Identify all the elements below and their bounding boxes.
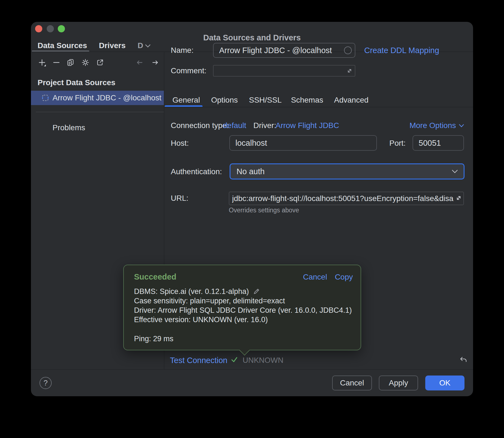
data-source-icon — [41, 94, 49, 102]
ok-button[interactable]: OK — [425, 376, 464, 390]
tab-advanced[interactable]: Advanced — [334, 96, 369, 104]
tab-data-sources[interactable]: Data Sources — [38, 41, 87, 50]
driver-value-link[interactable]: Arrow Flight JDBC — [275, 121, 339, 130]
ping-line: Ping: 29 ms — [134, 334, 352, 343]
tab-ssh-ssl[interactable]: SSH/SSL — [249, 96, 282, 104]
minimize-window-button[interactable] — [47, 25, 54, 32]
status-succeeded: Succeeded — [134, 272, 176, 281]
host-label: Host: — [171, 139, 189, 147]
dbms-line: DBMS: Spice.ai (ver. 0.12.1-alpha) — [134, 287, 249, 296]
driver-label: Driver: — [253, 121, 276, 130]
test-connection-link[interactable]: Test Connection — [170, 356, 227, 364]
connection-type-label: Connection type: — [171, 121, 229, 130]
tab-options[interactable]: Options — [211, 96, 238, 104]
zoom-window-button[interactable] — [58, 25, 65, 32]
url-field-wrap — [229, 192, 464, 205]
section-header-project-data-sources: Project Data Sources — [38, 79, 116, 87]
driver-line: Driver: Arrow Flight SQL JDBC Driver Cor… — [134, 306, 352, 315]
apply-button[interactable]: Apply — [379, 376, 418, 390]
tab-general[interactable]: General — [172, 96, 200, 104]
undo-icon[interactable] — [459, 356, 468, 364]
data-source-item-selected[interactable]: Arrow Flight JDBC - @localhost — [31, 91, 164, 105]
gear-icon[interactable] — [82, 59, 89, 66]
port-input[interactable] — [413, 135, 464, 151]
authentication-label: Authentication: — [171, 168, 222, 176]
window-title: Data Sources and Drivers — [31, 33, 473, 42]
chevron-down-icon — [452, 170, 458, 173]
url-input[interactable] — [229, 192, 464, 205]
expand-url-icon[interactable] — [455, 194, 463, 202]
name-label: Name: — [171, 46, 193, 54]
edit-pencil-icon[interactable] — [253, 288, 260, 295]
forward-arrow-icon[interactable] — [151, 59, 159, 66]
comment-label: Comment: — [171, 67, 206, 75]
popup-caret — [239, 345, 250, 356]
tree-separator — [36, 112, 164, 112]
connection-status-value: UNKNOWN — [243, 356, 284, 364]
remove-data-source-button[interactable] — [53, 59, 60, 66]
popup-copy-link[interactable]: Copy — [335, 273, 353, 281]
name-progress-circle-icon — [344, 46, 352, 54]
tabs-divider — [164, 107, 473, 107]
authentication-value: No auth — [237, 167, 265, 176]
chevron-down-icon — [459, 124, 464, 127]
create-ddl-mapping-link[interactable]: Create DDL Mapping — [364, 46, 439, 54]
tab-schemas[interactable]: Schemas — [291, 96, 323, 104]
comment-input[interactable] — [213, 65, 355, 77]
back-arrow-icon[interactable] — [136, 59, 143, 66]
add-data-source-button[interactable] — [38, 59, 46, 67]
data-source-item-label: Arrow Flight JDBC - @localhost — [53, 94, 161, 102]
help-button[interactable]: ? — [40, 377, 52, 389]
data-sources-dialog: Data Sources and Drivers Data Sources Dr… — [31, 22, 473, 396]
name-input[interactable] — [213, 43, 355, 58]
authentication-select[interactable]: No auth — [230, 163, 464, 179]
case-sensitivity-line: Case sensitivity: plain=upper, delimited… — [134, 296, 352, 306]
footer-divider — [31, 369, 473, 370]
more-options-label: More Options — [410, 121, 456, 130]
duplicate-icon[interactable] — [67, 59, 74, 66]
test-connection-result-popup: Succeeded Cancel Copy DBMS: Spice.ai (ve… — [123, 265, 361, 350]
more-options-dropdown[interactable]: More Options — [410, 121, 464, 130]
effective-version-line: Effective version: UNKNOWN (ver. 16.0) — [134, 315, 352, 324]
host-input[interactable] — [229, 135, 377, 151]
port-label: Port: — [389, 139, 406, 147]
popup-cancel-link[interactable]: Cancel — [303, 273, 327, 281]
name-field-wrap — [213, 43, 355, 58]
tab-drivers[interactable]: Drivers — [99, 41, 126, 50]
connection-type-value-link[interactable]: default — [223, 121, 246, 130]
open-in-new-icon[interactable] — [96, 59, 104, 66]
url-label: URL: — [171, 194, 188, 202]
comment-field-wrap — [213, 65, 355, 77]
chevron-down-icon[interactable] — [145, 44, 151, 48]
close-window-button[interactable] — [35, 25, 42, 32]
cancel-button[interactable]: Cancel — [332, 376, 372, 390]
sidebar-item-problems[interactable]: Problems — [53, 124, 85, 132]
expand-comment-icon[interactable] — [346, 67, 353, 74]
url-hint: Overrides settings above — [229, 207, 299, 214]
checkmark-icon — [230, 356, 238, 363]
tab-ddl-truncated[interactable]: D — [138, 41, 143, 50]
